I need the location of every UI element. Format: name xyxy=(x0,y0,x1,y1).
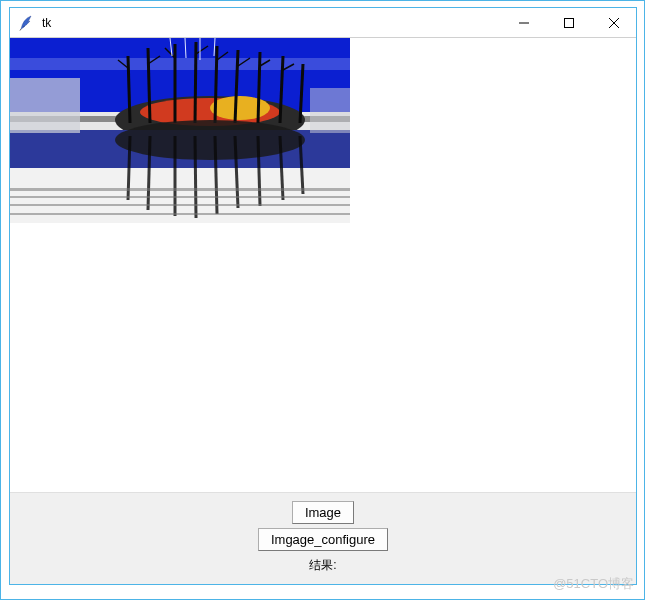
close-icon xyxy=(609,18,619,28)
displayed-image xyxy=(10,38,350,223)
titlebar: tk xyxy=(10,8,636,38)
screenshot-bounds: tk xyxy=(0,0,645,600)
svg-line-43 xyxy=(258,136,260,206)
maximize-button[interactable] xyxy=(546,8,591,38)
svg-rect-46 xyxy=(10,188,350,191)
svg-line-18 xyxy=(258,52,260,123)
svg-rect-6 xyxy=(10,58,350,70)
svg-rect-47 xyxy=(10,196,350,198)
svg-line-13 xyxy=(148,48,150,123)
svg-rect-49 xyxy=(10,213,350,215)
svg-line-16 xyxy=(215,46,217,123)
close-button[interactable] xyxy=(591,8,636,38)
svg-rect-51 xyxy=(310,88,350,133)
svg-line-12 xyxy=(128,56,130,123)
feather-icon xyxy=(18,15,34,31)
bottom-panel: Image Imgage_configure 结果: xyxy=(10,492,636,584)
svg-rect-2 xyxy=(564,18,573,27)
result-label: 结果: xyxy=(309,557,336,574)
minimize-button[interactable] xyxy=(501,8,546,38)
minimize-icon xyxy=(519,18,529,28)
svg-line-15 xyxy=(195,42,196,123)
svg-line-41 xyxy=(215,136,217,214)
content-area: Image Imgage_configure 结果: xyxy=(10,38,636,584)
svg-rect-48 xyxy=(10,204,350,206)
image-button[interactable]: Image xyxy=(292,501,354,524)
svg-line-0 xyxy=(20,29,21,31)
svg-line-38 xyxy=(148,136,150,210)
app-window: tk xyxy=(9,7,637,585)
window-title: tk xyxy=(42,16,51,30)
maximize-icon xyxy=(564,18,574,28)
empty-space xyxy=(10,223,636,492)
image-configure-button[interactable]: Imgage_configure xyxy=(258,528,388,551)
svg-point-36 xyxy=(115,120,305,160)
svg-rect-50 xyxy=(10,78,80,133)
svg-point-11 xyxy=(210,96,270,120)
